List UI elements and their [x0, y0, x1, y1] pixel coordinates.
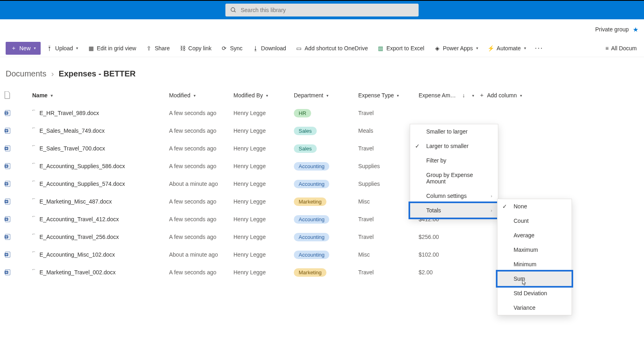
column-modified-by[interactable]: Modified By▾ [233, 92, 294, 99]
copy-link-label: Copy link [188, 45, 212, 51]
column-name[interactable]: Name▾ [32, 92, 169, 99]
modified-cell: A few seconds ago [169, 269, 233, 276]
views-button[interactable]: ≡ All Docum [604, 43, 638, 54]
privacy-label: Private group [595, 26, 629, 33]
edit-grid-button[interactable]: ▦ Edit in grid view [84, 43, 140, 54]
submenu-label: Sum [514, 276, 525, 282]
department-cell: Accounting [294, 162, 358, 171]
sync-indicator-icon: ⤺ [32, 214, 35, 218]
sync-button[interactable]: ⟳ Sync [217, 43, 246, 54]
modified-by-cell: Henry Legge [233, 234, 294, 240]
file-name-cell[interactable]: ⤺E_Sales_Meals_749.docx [32, 128, 169, 134]
share-button[interactable]: ⇪ Share [142, 43, 173, 54]
column-name-label: Name [32, 92, 47, 99]
search-box[interactable] [225, 4, 419, 16]
modified-cell: A few seconds ago [169, 216, 233, 222]
department-pill: Sales [294, 127, 317, 135]
menu-label: Group by Expense Amount [426, 172, 492, 185]
submenu-average[interactable]: Average [497, 228, 572, 243]
file-icon [4, 91, 10, 99]
submenu-std-deviation[interactable]: Std Deviation [497, 286, 572, 300]
modified-cell: A few seconds ago [169, 110, 233, 116]
file-name-cell[interactable]: ⤺E_Marketing_Misc_487.docx [32, 198, 169, 205]
file-type-cell: W [4, 127, 32, 134]
submenu-maximum[interactable]: Maximum [497, 243, 572, 257]
file-name-cell[interactable]: ⤺E_Accounting_Supplies_586.docx [32, 163, 169, 169]
submenu-variance[interactable]: Variance [497, 300, 572, 315]
menu-smaller-to-larger[interactable]: Smaller to larger [410, 124, 498, 139]
power-apps-button[interactable]: ◈ Power Apps ▾ [430, 43, 482, 54]
views-label: All Docum [611, 45, 637, 51]
modified-cell: A few seconds ago [169, 145, 233, 152]
overflow-menu-button[interactable]: ··· [532, 42, 547, 54]
breadcrumb-root[interactable]: Documents [6, 69, 46, 78]
menu-larger-to-smaller[interactable]: ✓Larger to smaller [410, 139, 498, 153]
table-row[interactable]: W⤺E_Sales_Meals_749.docxA few seconds ag… [0, 122, 644, 140]
column-department[interactable]: Department▾ [294, 92, 358, 99]
new-button[interactable]: ＋ New ▾ [6, 42, 41, 55]
export-excel-button[interactable]: ▥ Export to Excel [374, 43, 428, 54]
file-name-cell[interactable]: ⤺E_Sales_Travel_700.docx [32, 145, 169, 152]
automate-icon: ⚡ [488, 45, 494, 51]
check-icon: ✓ [502, 203, 507, 210]
new-label: New [19, 45, 31, 51]
add-column-button[interactable]: ＋Add column▾ [479, 92, 640, 99]
department-cell: Sales [294, 127, 358, 135]
svg-line-1 [234, 11, 235, 12]
menu-totals[interactable]: Totals› [410, 203, 498, 218]
upload-button[interactable]: ⭱ Upload ▾ [42, 43, 82, 54]
department-cell: Accounting [294, 251, 358, 259]
column-expense-type[interactable]: Expense Type▾ [358, 92, 419, 99]
file-name-cell[interactable]: ⤺E_Accounting_Travel_412.docx [32, 216, 169, 222]
chevron-down-icon: ▾ [194, 93, 196, 98]
breadcrumb: Documents › Expenses - BETTER [0, 57, 644, 86]
menu-filter-by[interactable]: Filter by [410, 153, 498, 168]
svg-text:W: W [5, 200, 8, 203]
menu-column-settings[interactable]: Column settings› [410, 189, 498, 203]
search-input[interactable] [241, 7, 414, 13]
table-row[interactable]: W⤺E_Sales_Travel_700.docxA few seconds a… [0, 140, 644, 157]
menu-group-by[interactable]: Group by Expense Amount [410, 168, 498, 189]
column-filetype[interactable] [4, 91, 32, 99]
file-name-cell[interactable]: ⤺E_Accounting_Misc_102.docx [32, 251, 169, 258]
table-row[interactable]: W⤺E_HR_Travel_989.docxA few seconds agoH… [0, 104, 644, 122]
modified-by-cell: Henry Legge [233, 216, 294, 222]
sync-indicator-icon: ⤺ [32, 144, 35, 148]
modified-by-cell: Henry Legge [233, 163, 294, 169]
automate-label: Automate [497, 45, 521, 51]
sync-label: Sync [230, 45, 242, 51]
table-row[interactable]: W⤺E_Accounting_Supplies_586.docxA few se… [0, 157, 644, 175]
submenu-sum[interactable]: Sum [497, 272, 572, 286]
automate-button[interactable]: ⚡ Automate ▾ [484, 43, 530, 54]
table-row[interactable]: W⤺E_Accounting_Supplies_574.docxAbout a … [0, 175, 644, 193]
department-pill: Accounting [294, 180, 329, 188]
shortcut-label: Add shortcut to OneDrive [305, 45, 368, 51]
submenu-none[interactable]: ✓None [497, 199, 572, 214]
submenu-count[interactable]: Count [497, 214, 572, 228]
sync-indicator-icon: ⤺ [32, 250, 35, 254]
copy-link-button[interactable]: ⛓ Copy link [175, 43, 216, 54]
upload-label: Upload [55, 45, 73, 51]
add-shortcut-button[interactable]: ▭ Add shortcut to OneDrive [292, 43, 372, 54]
file-name: E_Accounting_Travel_412.docx [39, 216, 119, 222]
file-name-cell[interactable]: ⤺E_Accounting_Travel_256.docx [32, 234, 169, 240]
column-context-menu: Smaller to larger ✓Larger to smaller Fil… [410, 124, 498, 218]
column-expense-amount[interactable]: Expense Am… ↓ ▾ [419, 92, 479, 99]
modified-cell: A few seconds ago [169, 198, 233, 205]
share-icon: ⇪ [146, 45, 152, 51]
chevron-right-icon: › [51, 69, 54, 78]
svg-text:W: W [5, 236, 8, 238]
chevron-down-icon: ▾ [524, 46, 526, 50]
expense-amount-cell: $2.00 [419, 269, 479, 276]
file-name-cell[interactable]: ⤺E_Marketing_Travel_002.docx [32, 269, 169, 276]
sync-indicator-icon: ⤺ [32, 267, 35, 272]
submenu-minimum[interactable]: Minimum [497, 257, 572, 272]
file-name-cell[interactable]: ⤺E_Accounting_Supplies_574.docx [32, 181, 169, 187]
file-name-cell[interactable]: ⤺E_HR_Travel_989.docx [32, 110, 169, 116]
column-modified[interactable]: Modified▾ [169, 92, 233, 99]
column-modified-label: Modified [169, 92, 190, 99]
modified-cell: About a minute ago [169, 181, 233, 187]
sync-indicator-icon: ⤺ [32, 197, 35, 201]
follow-star-icon[interactable]: ★ [633, 26, 638, 33]
download-button[interactable]: ⭳ Download [248, 43, 290, 54]
